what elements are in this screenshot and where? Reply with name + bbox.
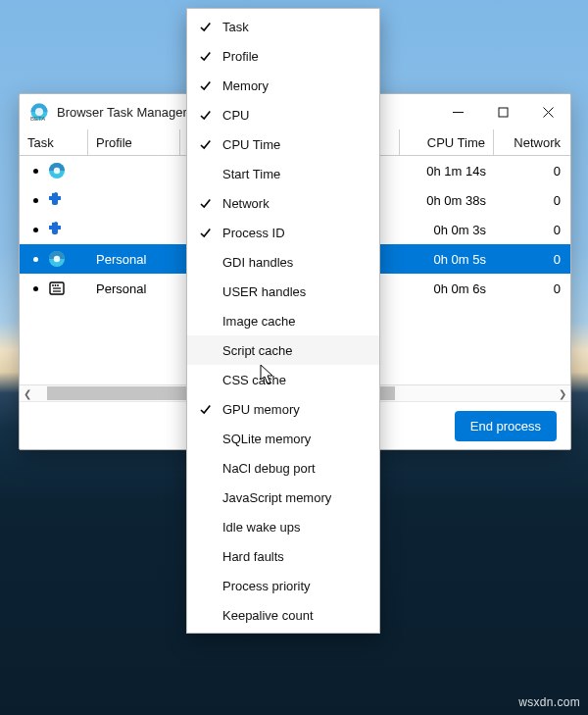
menu-item-label: Keepalive count: [222, 608, 314, 623]
check-icon: [187, 138, 222, 151]
cell-network: 0: [494, 164, 568, 179]
cell-cputime: 0h 0m 3s: [400, 223, 494, 237]
col-cputime[interactable]: CPU Time: [400, 129, 494, 155]
cell-task: [20, 250, 88, 268]
menu-item[interactable]: Script cache: [187, 335, 379, 365]
cell-task: [20, 280, 88, 297]
svg-point-8: [54, 168, 60, 174]
menu-item-label: GPU memory: [222, 402, 300, 417]
col-profile[interactable]: Profile: [88, 129, 180, 155]
cell-network: 0: [494, 252, 568, 267]
cell-network: 0: [494, 281, 568, 296]
menu-item[interactable]: Memory: [187, 71, 379, 100]
svg-point-18: [57, 284, 59, 286]
cell-profile: Personal: [88, 281, 180, 296]
col-network[interactable]: Network: [494, 129, 568, 155]
cell-cputime: 0h 0m 38s: [400, 193, 494, 208]
cell-cputime: 0h 0m 5s: [400, 252, 494, 267]
menu-item[interactable]: Hard faults: [187, 541, 379, 571]
svg-point-12: [49, 226, 53, 230]
menu-item-label: GDI handles: [222, 255, 293, 270]
svg-point-16: [52, 284, 54, 286]
cell-cputime: 0h 0m 6s: [400, 281, 494, 296]
menu-item-label: NaCl debug port: [222, 461, 316, 476]
menu-item-label: CPU Time: [222, 137, 280, 152]
bullet-icon: [33, 228, 38, 232]
menu-item[interactable]: Idle wake ups: [187, 512, 379, 541]
menu-item[interactable]: Process ID: [187, 218, 379, 247]
svg-text:BETA: BETA: [30, 116, 45, 122]
menu-item[interactable]: Task: [187, 12, 379, 41]
bullet-icon: [33, 198, 38, 203]
menu-item[interactable]: NaCl debug port: [187, 453, 379, 483]
check-icon: [187, 403, 222, 416]
svg-point-17: [55, 284, 57, 286]
cell-cputime: 0h 1m 14s: [400, 164, 494, 179]
menu-item[interactable]: CSS cache: [187, 365, 379, 394]
menu-item[interactable]: USER handles: [187, 277, 379, 306]
menu-item-label: Profile: [222, 49, 259, 64]
process-icon: [48, 250, 66, 268]
process-icon: [48, 191, 66, 209]
cell-network: 0: [494, 193, 568, 208]
bullet-icon: [33, 169, 38, 174]
menu-item-label: Image cache: [222, 314, 295, 329]
check-icon: [187, 79, 222, 92]
menu-item[interactable]: Image cache: [187, 306, 379, 335]
svg-point-9: [54, 192, 58, 196]
menu-item-label: Script cache: [222, 343, 293, 358]
menu-item[interactable]: CPU: [187, 100, 379, 129]
maximize-button[interactable]: [480, 94, 525, 129]
menu-item[interactable]: Start Time: [187, 159, 379, 188]
check-icon: [187, 109, 222, 122]
cell-task: [20, 221, 88, 238]
scroll-right-arrow[interactable]: ❯: [555, 385, 570, 401]
cell-network: 0: [494, 223, 568, 237]
svg-point-11: [54, 222, 58, 226]
minimize-button[interactable]: [435, 94, 480, 129]
bullet-icon: [33, 257, 38, 262]
menu-item-label: Idle wake ups: [222, 520, 301, 535]
check-icon: [187, 21, 222, 33]
scroll-left-arrow[interactable]: ❮: [20, 385, 35, 401]
menu-item[interactable]: CPU Time: [187, 129, 379, 159]
menu-item-label: Hard faults: [222, 549, 284, 564]
menu-item-label: CSS cache: [222, 373, 286, 387]
app-icon: BETA: [29, 102, 49, 122]
process-icon: [48, 280, 66, 297]
menu-item[interactable]: GDI handles: [187, 247, 379, 277]
menu-item-label: Process priority: [222, 579, 311, 593]
menu-item[interactable]: JavaScript memory: [187, 483, 379, 512]
cell-task: [20, 162, 88, 179]
menu-item-label: Process ID: [222, 226, 285, 240]
watermark: wsxdn.com: [518, 695, 580, 709]
bullet-icon: [33, 286, 38, 291]
menu-item[interactable]: GPU memory: [187, 394, 379, 424]
menu-item-label: Start Time: [222, 167, 280, 181]
cell-task: [20, 191, 88, 209]
menu-item-label: USER handles: [222, 284, 306, 299]
desktop-background: BETA Browser Task Manager Task Profile C…: [0, 0, 588, 715]
check-icon: [187, 227, 222, 239]
menu-item[interactable]: Profile: [187, 41, 379, 71]
svg-point-1: [35, 108, 43, 116]
col-task[interactable]: Task: [20, 129, 88, 155]
menu-item[interactable]: SQLite memory: [187, 424, 379, 453]
menu-item[interactable]: Process priority: [187, 571, 379, 600]
menu-item[interactable]: Keepalive count: [187, 600, 379, 630]
menu-item[interactable]: Network: [187, 188, 379, 218]
menu-item-label: SQLite memory: [222, 432, 311, 446]
menu-item-label: CPU: [222, 108, 249, 123]
menu-item-label: Task: [222, 20, 249, 34]
columns-context-menu: TaskProfileMemoryCPUCPU TimeStart TimeNe…: [186, 8, 380, 634]
close-button[interactable]: [525, 94, 570, 129]
svg-point-14: [54, 256, 60, 262]
end-process-button[interactable]: End process: [455, 411, 557, 441]
menu-item-label: Network: [222, 196, 270, 211]
cell-profile: Personal: [88, 252, 180, 267]
process-icon: [48, 221, 66, 238]
check-icon: [187, 197, 222, 210]
menu-item-label: Memory: [222, 78, 269, 93]
svg-point-10: [49, 196, 53, 200]
check-icon: [187, 50, 222, 63]
